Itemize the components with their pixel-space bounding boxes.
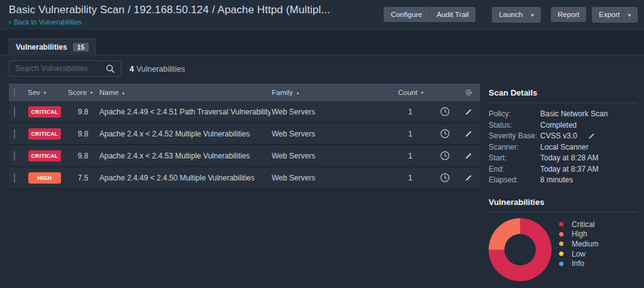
snooze-clock-icon[interactable]	[433, 150, 457, 161]
scan-details-panel: Scan Details Policy: Basic Network Scan …	[489, 88, 637, 186]
table-settings-gear-icon[interactable]	[457, 88, 480, 97]
scan-detail-row: Status: Completed	[489, 120, 637, 131]
scan-details-title: Scan Details	[489, 88, 637, 97]
export-button[interactable]: Export▾	[592, 7, 638, 23]
edit-pencil-icon[interactable]	[457, 108, 480, 116]
result-count-number: 4	[130, 65, 134, 74]
edit-pencil-icon[interactable]	[457, 130, 480, 138]
vulnerability-name[interactable]: Apache 2.4.x < 2.4.52 Multiple Vulnerabi…	[98, 130, 270, 138]
severity-badge: HIGH	[28, 172, 61, 184]
family-cell: Web Servers	[270, 108, 396, 116]
tab-label: Vulnerabilities	[16, 43, 67, 52]
legend-item: Medium	[559, 239, 599, 249]
row-checkbox[interactable]	[14, 107, 15, 117]
result-count-label: Vulnerabilities	[136, 65, 185, 74]
select-all-checkbox[interactable]	[14, 88, 15, 97]
legend-item: Info	[559, 258, 599, 269]
back-to-vulnerabilities-link[interactable]: ‹Back to Vulnerabilities	[9, 18, 82, 26]
chart-legend: Critical High Medium Low Info	[559, 218, 599, 281]
score-cell: 9.8	[68, 130, 98, 138]
count-cell: 1	[396, 130, 433, 138]
legend-item: Low	[559, 249, 599, 259]
page-header: Basic Vulnerability Scan / 192.168.50.12…	[0, 0, 644, 30]
snooze-clock-icon[interactable]	[433, 106, 457, 117]
vulnerabilities-panel: Vulnerabilities Critical High Medium Low	[489, 197, 637, 281]
severity-badge: CRITICAL	[28, 106, 61, 118]
legend-dot-low	[559, 252, 564, 256]
header-actions: Configure Audit Trail Launch▾ Report Exp…	[384, 7, 638, 22]
result-count: 4Vulnerabilities	[130, 65, 185, 74]
scan-detail-row: Severity Base: CVSS v3.0	[489, 131, 637, 142]
family-cell: Web Servers	[270, 130, 396, 138]
vulnerabilities-table: Sev▼ Score▼ Name▲ Family▲ Count▼ CRITICA…	[9, 84, 480, 189]
edit-pencil-icon[interactable]	[457, 174, 480, 182]
scan-detail-row: End: Today at 8:37 AM	[489, 164, 637, 175]
scan-detail-row: Elapsed: 8 minutes	[489, 175, 637, 186]
row-checkbox[interactable]	[14, 129, 15, 139]
sort-desc-icon: ▼	[43, 91, 47, 95]
vulnerability-name[interactable]: Apache 2.4.x < 2.4.53 Multiple Vulnerabi…	[98, 152, 270, 160]
sort-desc-icon: ▼	[420, 91, 425, 95]
search-input[interactable]	[9, 60, 121, 77]
divider	[489, 212, 637, 213]
tab-vulnerabilities[interactable]: Vulnerabilities 15	[9, 38, 96, 55]
back-link-label: Back to Vulnerabilities	[14, 18, 82, 26]
divider	[489, 102, 637, 103]
scan-detail-row: Policy: Basic Network Scan	[489, 109, 637, 120]
table-header: Sev▼ Score▼ Name▲ Family▲ Count▼	[9, 84, 480, 101]
column-header-name[interactable]: Name▲	[98, 89, 270, 96]
row-checkbox[interactable]	[14, 151, 15, 161]
configure-button[interactable]: Configure	[384, 7, 429, 22]
column-header-score[interactable]: Score▼	[68, 89, 98, 96]
legend-item: High	[559, 230, 599, 240]
score-cell: 7.5	[68, 174, 98, 182]
table-row[interactable]: HIGH 7.5 Apache 2.4.49 < 2.4.50 Multiple…	[9, 167, 480, 189]
legend-item: Critical	[559, 219, 599, 230]
snooze-clock-icon[interactable]	[433, 172, 457, 183]
search-icon[interactable]	[106, 64, 115, 76]
edit-pencil-icon[interactable]	[457, 152, 480, 160]
legend-dot-high	[559, 232, 564, 236]
legend-dot-info	[559, 262, 564, 266]
chevron-left-icon: ‹	[9, 18, 11, 26]
tab-strip	[0, 30, 644, 55]
donut-chart-area: Critical High Medium Low Info	[489, 218, 637, 281]
vulnerability-name[interactable]: Apache 2.4.49 < 2.4.50 Multiple Vulnerab…	[98, 174, 270, 182]
score-cell: 9.8	[68, 152, 98, 160]
vulnerabilities-panel-title: Vulnerabilities	[489, 197, 637, 207]
report-button[interactable]: Report	[551, 7, 587, 22]
row-checkbox[interactable]	[14, 173, 15, 183]
sort-asc-icon: ▲	[296, 91, 300, 95]
caret-down-icon: ▾	[628, 12, 631, 18]
vulnerability-name[interactable]: Apache 2.4.49 < 2.4.51 Path Traversal Vu…	[98, 108, 270, 116]
severity-badge: CRITICAL	[28, 150, 61, 162]
score-cell: 9.8	[68, 108, 98, 116]
tab-count-badge: 15	[73, 43, 89, 52]
family-cell: Web Servers	[270, 174, 396, 182]
column-header-count[interactable]: Count▼	[396, 89, 433, 96]
sort-desc-icon: ▼	[89, 91, 94, 95]
scan-detail-row: Scanner: Local Scanner	[489, 142, 637, 153]
table-row[interactable]: CRITICAL 9.8 Apache 2.4.x < 2.4.52 Multi…	[9, 123, 480, 145]
scan-detail-row: Start: Today at 8:28 AM	[489, 153, 637, 164]
edit-severity-base-pencil-icon[interactable]	[587, 132, 596, 140]
table-row[interactable]: CRITICAL 9.8 Apache 2.4.49 < 2.4.51 Path…	[9, 101, 480, 123]
column-header-family[interactable]: Family▲	[270, 89, 396, 96]
audit-trail-button[interactable]: Audit Trail	[429, 7, 475, 22]
count-cell: 1	[396, 108, 433, 116]
configure-audit-group: Configure Audit Trail	[384, 7, 475, 22]
snooze-clock-icon[interactable]	[433, 128, 457, 139]
legend-dot-critical	[559, 222, 564, 226]
family-cell: Web Servers	[270, 152, 396, 160]
launch-button[interactable]: Launch▾	[492, 7, 540, 23]
count-cell: 1	[396, 152, 433, 160]
vulnerabilities-donut	[489, 218, 552, 281]
sort-asc-icon: ▲	[121, 91, 126, 95]
table-row[interactable]: CRITICAL 9.8 Apache 2.4.x < 2.4.53 Multi…	[9, 145, 480, 167]
count-cell: 1	[396, 174, 433, 182]
severity-badge: CRITICAL	[28, 128, 61, 140]
legend-dot-medium	[559, 241, 564, 246]
column-header-sev[interactable]: Sev▼	[28, 89, 68, 96]
caret-down-icon: ▾	[531, 12, 534, 18]
page-title: Basic Vulnerability Scan / 192.168.50.12…	[9, 4, 330, 16]
